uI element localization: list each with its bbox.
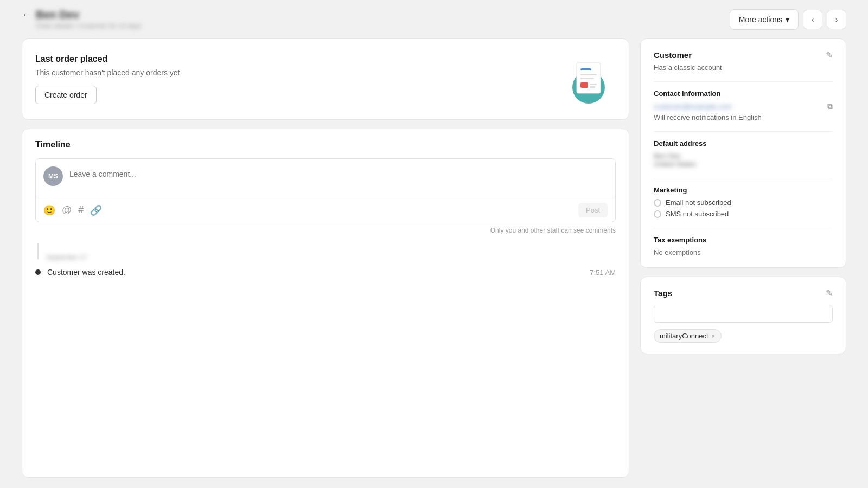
top-bar-left: ← Ben Dev Order details • Customer for 1… (22, 9, 141, 30)
top-bar-right: More actions ▾ ‹ › (730, 9, 846, 30)
tags-card: Tags ✎ militaryConnect × (640, 277, 846, 354)
breadcrumb: Order details • Customer for 14 days (36, 22, 141, 30)
tag-remove-button[interactable]: × (712, 332, 716, 340)
more-actions-button[interactable]: More actions ▾ (730, 9, 799, 30)
tax-section: Tax exemptions No exemptions (654, 236, 833, 256)
timeline-event-text: Customer was created. (47, 268, 583, 277)
right-column: Customer ✎ Has a classic account Contact… (640, 38, 846, 478)
marketing-title: Marketing (654, 186, 833, 194)
back-row: ← Ben Dev (22, 9, 141, 21)
chevron-down-icon: ▾ (786, 15, 789, 24)
notification-lang: Will receive notifications in English (654, 113, 833, 121)
divider-1 (654, 81, 833, 82)
customer-card-header: Customer ✎ (654, 50, 833, 60)
staff-note: Only you and other staff can see comment… (35, 227, 616, 234)
timeline-events: September 17 Customer was created. 7:51 … (35, 243, 616, 279)
back-button[interactable]: ← (22, 9, 31, 21)
contact-email: customer@example.com (654, 102, 732, 111)
avatar: MS (43, 166, 63, 186)
contact-email-row: customer@example.com ⧉ (654, 102, 833, 111)
marketing-section: Marketing Email not subscribed SMS not s… (654, 186, 833, 218)
last-order-title: Last order placed (35, 54, 180, 64)
customer-section-title: Customer (654, 50, 692, 60)
default-address-title: Default address (654, 139, 833, 147)
divider-3 (654, 178, 833, 178)
sms-subscribed-label: SMS not subscribed (666, 210, 729, 218)
at-icon[interactable]: @ (62, 204, 72, 216)
svg-rect-5 (580, 82, 588, 88)
nav-next-button[interactable]: › (827, 10, 846, 29)
sms-subscribed-item: SMS not subscribed (654, 210, 833, 218)
tags-input[interactable] (654, 305, 833, 323)
default-address-section: Default address Ben Dev United States (654, 139, 833, 168)
email-subscribed-item: Email not subscribed (654, 198, 833, 207)
comment-input[interactable] (69, 166, 608, 190)
contact-info-title: Contact information (654, 89, 833, 98)
comment-toolbar: 🙂 @ # 🔗 Post (36, 198, 615, 222)
svg-rect-3 (580, 74, 597, 75)
tags-edit-icon[interactable]: ✎ (826, 288, 833, 298)
tags-title: Tags (654, 288, 672, 298)
copy-icon[interactable]: ⧉ (827, 102, 833, 111)
sms-radio (654, 210, 661, 218)
customer-edit-icon[interactable]: ✎ (826, 50, 833, 60)
account-type: Has a classic account (654, 63, 833, 72)
tags-list: militaryConnect × (654, 329, 833, 343)
main-content: Last order placed This customer hasn't p… (0, 38, 868, 478)
divider-4 (654, 228, 833, 228)
tax-title: Tax exemptions (654, 236, 833, 244)
create-order-button[interactable]: Create order (35, 86, 97, 104)
comment-input-row: MS (36, 159, 615, 198)
divider-2 (654, 131, 833, 132)
svg-rect-2 (580, 68, 591, 70)
timeline-dot (35, 269, 41, 275)
address-line1: Ben Dev (654, 152, 833, 160)
customer-card: Customer ✎ Has a classic account Contact… (640, 38, 846, 268)
tags-header: Tags ✎ (654, 288, 833, 298)
comment-box: MS 🙂 @ # 🔗 Post (35, 158, 616, 222)
tag-label: militaryConnect (660, 332, 709, 340)
timeline-event-time: 7:51 AM (590, 268, 616, 277)
no-exemptions: No exemptions (654, 248, 833, 256)
address-line2: United States (654, 160, 833, 168)
timeline-date-label: September 17 (35, 254, 616, 261)
post-button[interactable]: Post (578, 203, 608, 217)
last-order-card: Last order placed This customer hasn't p… (22, 38, 629, 120)
svg-rect-7 (590, 86, 595, 88)
nav-prev-button[interactable]: ‹ (803, 10, 822, 29)
more-actions-label: More actions (739, 15, 782, 24)
last-order-content: Last order placed This customer hasn't p… (35, 54, 180, 104)
page-title: Ben Dev (36, 9, 79, 21)
email-radio (654, 199, 661, 207)
svg-rect-6 (590, 84, 597, 85)
last-order-description: This customer hasn't placed any orders y… (35, 68, 180, 77)
timeline-card: Timeline MS 🙂 @ # 🔗 Post Only you and ot… (22, 129, 629, 478)
top-bar: ← Ben Dev Order details • Customer for 1… (0, 0, 868, 38)
email-subscribed-label: Email not subscribed (666, 198, 731, 207)
link-icon[interactable]: 🔗 (90, 204, 102, 216)
svg-rect-4 (580, 78, 594, 79)
hash-icon[interactable]: # (78, 204, 84, 216)
emoji-icon[interactable]: 🙂 (43, 204, 55, 216)
left-column: Last order placed This customer hasn't p… (22, 38, 629, 478)
tag-chip: militaryConnect × (654, 329, 722, 343)
timeline-event: Customer was created. 7:51 AM (35, 266, 616, 279)
order-illustration (561, 52, 616, 106)
timeline-title: Timeline (35, 140, 616, 150)
